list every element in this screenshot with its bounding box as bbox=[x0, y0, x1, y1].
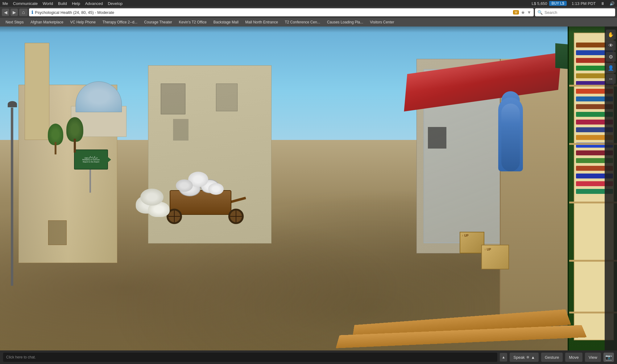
menu-develop[interactable]: Develop bbox=[108, 1, 122, 6]
tree-2-foliage bbox=[66, 117, 83, 142]
address-bar[interactable]: ℹ Psychological Health (24, 80, 45) - Mo… bbox=[29, 8, 534, 16]
toolbar-avatar-button[interactable]: 👤 bbox=[606, 63, 616, 73]
toolbar-settings-button[interactable]: ⚙ bbox=[606, 52, 616, 62]
gesture-label: Gesture bbox=[545, 355, 559, 360]
tree-2-trunk bbox=[74, 139, 76, 153]
toolbar-view-button[interactable]: 👁 bbox=[606, 41, 616, 51]
move-button[interactable]: Move bbox=[565, 353, 582, 362]
chat-expand-button[interactable]: ▲ bbox=[500, 353, 507, 362]
search-bar[interactable]: 🔍 bbox=[535, 8, 615, 16]
balance-amount: L$ 5,650 bbox=[532, 1, 547, 6]
address-dropdown-button[interactable]: ▼ bbox=[527, 10, 531, 15]
clock-display: 1:13 PM PDT bbox=[572, 1, 596, 6]
view-label: View bbox=[589, 355, 597, 360]
speak-label: Speak bbox=[513, 355, 525, 360]
move-label: Move bbox=[569, 355, 579, 360]
bottom-toolbar: Click here to chat. ▲ Speak ▲ Gesture Mo… bbox=[0, 350, 617, 364]
forward-button[interactable]: ▶ bbox=[10, 9, 18, 16]
street-lamp-head bbox=[8, 101, 17, 107]
bookmark-item-vc-help-phone[interactable]: VC Help Phone bbox=[67, 19, 99, 25]
pause-button[interactable]: ⏸ bbox=[601, 1, 605, 6]
balance-area: L$ 5,650 BUY L$ bbox=[532, 1, 567, 6]
gesture-button[interactable]: Gesture bbox=[541, 353, 563, 362]
bookmark-star-button[interactable]: ★ bbox=[521, 10, 525, 15]
snapshot-button[interactable]: 📷 bbox=[603, 353, 614, 362]
bookmark-item-mall-north-entrance[interactable]: Mall North Entrance bbox=[242, 19, 281, 25]
bookmarks-bar: Next StepsAfghan MarketplaceVC Help Phon… bbox=[0, 18, 617, 27]
camera-icon: 📷 bbox=[605, 354, 612, 361]
chat-placeholder-text: Click here to chat. bbox=[6, 355, 36, 359]
buy-currency-button[interactable]: BUY L$ bbox=[549, 1, 567, 6]
tree-1 bbox=[48, 124, 63, 154]
bookmark-item-courage-theater[interactable]: Courage Theater bbox=[141, 19, 175, 25]
menu-help[interactable]: Help bbox=[72, 1, 80, 6]
search-input[interactable] bbox=[545, 10, 613, 15]
bookmark-item-kevins-t2-office[interactable]: Kevin's T2 Office bbox=[176, 19, 210, 25]
info-icon: ℹ bbox=[31, 10, 33, 15]
menu-world[interactable]: World bbox=[43, 1, 53, 6]
bookmark-item-causes-loading-pla[interactable]: Causes Loading Pla... bbox=[324, 19, 366, 25]
top-menu-bar: Me Communicate World Build Help Advanced… bbox=[0, 0, 617, 7]
tree-2 bbox=[66, 117, 83, 153]
toolbar-cursor-button[interactable]: ✋ bbox=[606, 30, 616, 39]
market-cart bbox=[160, 162, 247, 224]
address-text: Psychological Health (24, 80, 45) - Mode… bbox=[35, 10, 511, 15]
bookmark-item-afghan-marketplace[interactable]: Afghan Marketplace bbox=[27, 19, 67, 25]
menu-build[interactable]: Build bbox=[58, 1, 67, 6]
road-sign-arrow bbox=[107, 157, 111, 163]
menu-me[interactable]: Me bbox=[2, 1, 8, 6]
scene-top-gradient bbox=[0, 27, 617, 33]
bookmark-item-backstage-mall[interactable]: Backstage Mall bbox=[210, 19, 242, 25]
figure-robe bbox=[498, 97, 523, 171]
figure-blue-robe bbox=[495, 91, 526, 178]
street-lamp-post bbox=[11, 108, 13, 286]
menu-advanced[interactable]: Advanced bbox=[85, 1, 103, 6]
tree-1-trunk bbox=[55, 142, 56, 154]
building-left-tower bbox=[25, 43, 49, 140]
3d-viewport[interactable]: بزرگراه گریزون Redeploy to Garrison Repo… bbox=[0, 27, 617, 350]
bookmark-item-visitors-center[interactable]: Visitors Center bbox=[367, 19, 397, 25]
bookmark-item-therapy-office-2--d[interactable]: Therapy Office 2--d... bbox=[99, 19, 140, 25]
speak-dot-indicator bbox=[527, 356, 529, 358]
road-sign: بزرگراه گریزون Redeploy to Garrison Repo… bbox=[74, 149, 108, 174]
road-sign-text: بزرگراه گریزون Redeploy to Garrison Repo… bbox=[82, 156, 100, 164]
home-button[interactable]: ⌂ bbox=[19, 9, 28, 16]
wooden-crate-1: ↑ UP bbox=[460, 232, 484, 253]
cart-wheel-right bbox=[228, 209, 244, 224]
back-button[interactable]: ◀ bbox=[2, 9, 9, 16]
right-toolbar: ✋ 👁 ⚙ 👤 ↔ bbox=[605, 27, 617, 350]
volume-button[interactable]: 🔊 bbox=[610, 1, 615, 6]
menu-communicate[interactable]: Communicate bbox=[13, 1, 38, 6]
road-sign-post bbox=[89, 168, 91, 193]
navigation-bar: ◀ ▶ ⌂ ℹ Psychological Health (24, 80, 45… bbox=[0, 7, 617, 18]
ground-bundle-3 bbox=[140, 189, 164, 206]
chat-input-area[interactable]: Click here to chat. bbox=[3, 353, 497, 362]
speak-button[interactable]: Speak ▲ bbox=[510, 353, 539, 362]
moderate-badge: M bbox=[513, 10, 519, 14]
view-button[interactable]: View bbox=[585, 353, 601, 362]
search-icon: 🔍 bbox=[537, 10, 543, 15]
bookmark-item-t2-conference-cen[interactable]: T2 Conference Cen... bbox=[282, 19, 323, 25]
toolbar-movement-button[interactable]: ↔ bbox=[606, 74, 616, 84]
wooden-crate-2: ↑ UP bbox=[481, 245, 509, 269]
bookmark-item-next-steps[interactable]: Next Steps bbox=[2, 19, 27, 25]
dome-top bbox=[76, 81, 122, 112]
